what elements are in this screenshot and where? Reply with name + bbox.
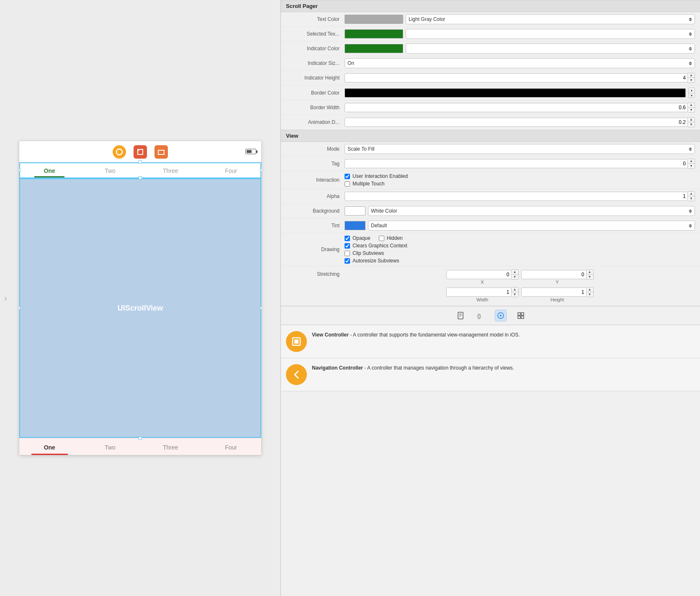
border-width-increment[interactable]: ▲ bbox=[688, 103, 695, 108]
border-width-decrement[interactable]: ▼ bbox=[688, 108, 695, 112]
text-color-dropdown[interactable]: Light Gray Color bbox=[406, 14, 695, 24]
animation-d-stepper[interactable]: ▲ ▼ bbox=[345, 117, 695, 127]
indicator-height-stepper[interactable]: 4 ▲ ▼ bbox=[345, 73, 695, 83]
background-swatch[interactable] bbox=[345, 206, 365, 216]
opaque-checkbox[interactable] bbox=[345, 236, 350, 241]
stretching-w-field[interactable] bbox=[446, 288, 512, 297]
hidden-checkbox[interactable] bbox=[379, 236, 384, 241]
svg-rect-4 bbox=[458, 312, 463, 319]
grid-inspect-icon[interactable] bbox=[515, 310, 527, 321]
stretching-value: ▲ ▼ X ▲ ▼ Y bbox=[345, 270, 695, 302]
mode-label: Mode bbox=[286, 146, 345, 152]
autoresize-row: Autoresize Subviews bbox=[345, 258, 695, 264]
multiple-touch-checkbox[interactable] bbox=[345, 181, 350, 187]
bottom-tab-one[interactable]: One bbox=[19, 438, 80, 455]
autoresize-checkbox[interactable] bbox=[345, 258, 350, 264]
top-tab-two[interactable]: Two bbox=[80, 162, 141, 177]
indicator-size-dropdown[interactable]: On bbox=[345, 58, 695, 68]
text-color-swatch[interactable] bbox=[345, 15, 403, 24]
bottom-tab-bar[interactable]: One Two Three Four bbox=[19, 438, 261, 455]
view-controller-text: View Controller - A controller that supp… bbox=[312, 331, 520, 339]
tag-increment[interactable]: ▲ bbox=[688, 159, 695, 164]
alpha-increment[interactable]: ▲ bbox=[688, 192, 695, 196]
stretching-y-field[interactable] bbox=[521, 270, 587, 279]
interaction-row: Interaction User Interaction Enabled Mul… bbox=[281, 171, 700, 189]
border-color-dropdown-btn[interactable]: ▲ ▼ bbox=[688, 87, 695, 98]
tint-dropdown[interactable]: Default bbox=[368, 221, 695, 231]
user-interaction-checkbox[interactable] bbox=[345, 174, 350, 179]
top-tab-four[interactable]: Four bbox=[201, 162, 262, 177]
mode-row: Mode Scale To Fill bbox=[281, 142, 700, 157]
document-icon[interactable] bbox=[455, 310, 466, 321]
stretching-w-btns[interactable]: ▲ ▼ bbox=[512, 287, 519, 297]
clears-graphics-checkbox[interactable] bbox=[345, 243, 350, 249]
tag-field[interactable] bbox=[345, 159, 688, 168]
scroll-handle-top[interactable] bbox=[139, 176, 142, 180]
stretching-row: Stretching ▲ ▼ X bbox=[281, 266, 700, 306]
indicator-height-stepper-btns[interactable]: ▲ ▼ bbox=[688, 73, 695, 83]
scroll-handle-left[interactable] bbox=[19, 306, 21, 310]
svg-text:{}: {} bbox=[477, 313, 481, 319]
stretching-h-btns[interactable]: ▲ ▼ bbox=[587, 287, 594, 297]
scroll-handle-right[interactable] bbox=[260, 306, 262, 310]
indicator-height-field[interactable]: 4 bbox=[345, 73, 688, 82]
tag-label: Tag bbox=[286, 161, 345, 167]
rect-symbol-icon bbox=[157, 148, 165, 156]
alpha-stepper-btns[interactable]: ▲ ▼ bbox=[688, 191, 695, 201]
border-width-stepper[interactable]: ▲ ▼ bbox=[345, 103, 695, 113]
border-width-field[interactable] bbox=[345, 103, 688, 112]
stretching-h-increment[interactable]: ▲ bbox=[587, 288, 593, 292]
stretching-y-stepper[interactable]: ▲ ▼ bbox=[521, 270, 594, 280]
stretching-y-btns[interactable]: ▲ ▼ bbox=[587, 270, 594, 280]
stretching-y-decrement[interactable]: ▼ bbox=[587, 275, 593, 279]
scroll-view[interactable]: UIScrollView bbox=[19, 178, 261, 438]
mode-dropdown[interactable]: Scale To Fill bbox=[345, 144, 695, 154]
animation-d-decrement[interactable]: ▼ bbox=[688, 122, 695, 127]
selected-text-swatch[interactable] bbox=[345, 29, 403, 39]
clip-subviews-row: Clip Subviews bbox=[345, 250, 695, 256]
top-tab-one[interactable]: One bbox=[19, 162, 80, 177]
selected-text-dropdown[interactable] bbox=[406, 29, 695, 39]
stretching-x-decrement[interactable]: ▼ bbox=[512, 275, 518, 279]
stretching-w-increment[interactable]: ▲ bbox=[512, 288, 518, 292]
stretching-w-stepper[interactable]: ▲ ▼ bbox=[446, 287, 519, 297]
stretching-h-stepper[interactable]: ▲ ▼ bbox=[521, 287, 594, 297]
clip-subviews-checkbox[interactable] bbox=[345, 251, 350, 256]
indicator-height-increment[interactable]: ▲ bbox=[688, 73, 695, 78]
dropdown-chevron-4 bbox=[689, 62, 692, 65]
alpha-field[interactable] bbox=[345, 192, 688, 201]
background-dropdown[interactable]: White Color bbox=[368, 206, 695, 216]
alpha-decrement[interactable]: ▼ bbox=[688, 196, 695, 201]
tag-decrement[interactable]: ▼ bbox=[688, 164, 695, 168]
navigation-controller-info: Navigation Controller - A controller tha… bbox=[281, 358, 700, 391]
top-tab-three[interactable]: Three bbox=[140, 162, 201, 177]
alpha-row: Alpha ▲ ▼ bbox=[281, 189, 700, 204]
border-width-stepper-btns[interactable]: ▲ ▼ bbox=[688, 103, 695, 113]
animation-d-field[interactable] bbox=[345, 118, 688, 127]
indicator-color-swatch[interactable] bbox=[345, 44, 403, 53]
border-color-swatch[interactable] bbox=[345, 88, 686, 98]
bottom-tab-two[interactable]: Two bbox=[80, 438, 141, 455]
indicator-height-decrement[interactable]: ▼ bbox=[688, 78, 695, 82]
stretching-h-decrement[interactable]: ▼ bbox=[587, 292, 593, 297]
stretching-w-decrement[interactable]: ▼ bbox=[512, 292, 518, 297]
bottom-tab-four[interactable]: Four bbox=[201, 438, 262, 455]
tag-stepper[interactable]: ▲ ▼ bbox=[345, 159, 695, 169]
stretching-x-field[interactable] bbox=[446, 270, 512, 279]
stretching-x-btns[interactable]: ▲ ▼ bbox=[512, 270, 519, 280]
code-icon[interactable]: {} bbox=[475, 310, 486, 321]
tint-swatch[interactable] bbox=[345, 221, 365, 230]
indicator-color-dropdown[interactable] bbox=[406, 44, 695, 54]
stretching-h-field[interactable] bbox=[521, 288, 587, 297]
right-panel: Scroll Pager Text Color Light Gray Color… bbox=[281, 0, 700, 596]
alpha-stepper[interactable]: ▲ ▼ bbox=[345, 191, 695, 201]
animation-d-stepper-btns[interactable]: ▲ ▼ bbox=[688, 117, 695, 127]
stretching-y-increment[interactable]: ▲ bbox=[587, 270, 593, 275]
tag-stepper-btns[interactable]: ▲ ▼ bbox=[688, 159, 695, 169]
circle-inspect-icon[interactable] bbox=[495, 310, 507, 321]
stretching-x-increment[interactable]: ▲ bbox=[512, 270, 518, 275]
stretching-x-stepper[interactable]: ▲ ▼ bbox=[446, 270, 519, 280]
bottom-tab-three[interactable]: Three bbox=[140, 438, 201, 455]
animation-d-increment[interactable]: ▲ bbox=[688, 118, 695, 122]
indicator-color-label: Indicator Color bbox=[286, 46, 345, 51]
